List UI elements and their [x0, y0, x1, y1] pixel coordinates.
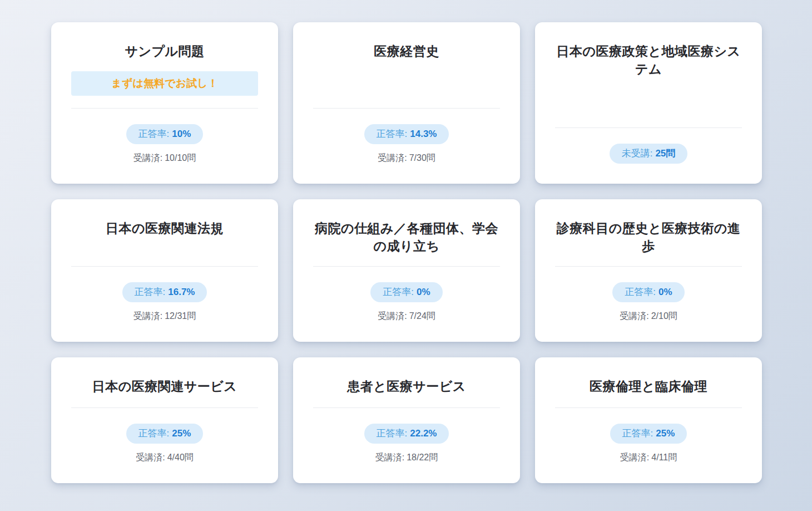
stat-badge-label: 正答率: [138, 129, 170, 139]
stat-badge-value: 22.2% [410, 428, 437, 439]
progress-line: 受講済:4/40問 [71, 452, 258, 463]
course-title: 病院の仕組み／各種団体、学会の成り立ち [313, 219, 500, 255]
card-footer: 正答率:25% 受講済:4/11問 [555, 407, 742, 463]
divider [71, 266, 258, 267]
course-title: サンプル問題 [71, 42, 258, 60]
stat-badge: 正答率:25% [126, 424, 204, 444]
course-card[interactable]: 医療経営史 正答率:14.3% 受講済:7/30問 [293, 22, 520, 184]
course-card[interactable]: 患者と医療サービス 正答率:22.2% 受講済:18/22問 [293, 357, 520, 483]
progress-label: 受講済: [133, 153, 162, 163]
card-grid: サンプル問題 まずは無料でお試し！ 正答率:10% 受講済:10/10問 医療経… [0, 0, 812, 511]
divider [555, 266, 742, 267]
stat-badge-value: 25問 [655, 148, 675, 159]
course-card[interactable]: サンプル問題 まずは無料でお試し！ 正答率:10% 受講済:10/10問 [51, 22, 278, 184]
progress-line: 受講済:10/10問 [71, 153, 258, 164]
stat-badge-label: 正答率: [377, 129, 408, 139]
progress-value: 10/10問 [165, 153, 196, 163]
card-footer: 正答率:22.2% 受講済:18/22問 [313, 407, 500, 463]
progress-line: 受講済:7/24問 [313, 311, 500, 322]
progress-label: 受講済: [378, 311, 407, 321]
progress-value: 7/24問 [409, 311, 435, 321]
course-card[interactable]: 日本の医療政策と地域医療システム 未受講:25問 [535, 22, 762, 184]
stat-badge: 正答率:14.3% [364, 124, 449, 144]
stat-badge-value: 14.3% [410, 129, 437, 139]
progress-label: 受講済: [378, 153, 407, 163]
progress-line: 受講済:4/11問 [555, 452, 742, 463]
progress-line: 受講済:2/10問 [555, 311, 742, 322]
stat-badge: 正答率:16.7% [122, 282, 207, 302]
progress-label: 受講済: [620, 453, 649, 462]
stat-badge: 正答率:0% [612, 282, 684, 302]
stat-badge-label: 正答率: [625, 287, 656, 297]
progress-value: 18/22問 [407, 453, 438, 462]
stat-badge: 正答率:22.2% [364, 424, 449, 444]
divider [555, 127, 742, 128]
course-title: 日本の医療政策と地域医療システム [555, 42, 742, 78]
course-card[interactable]: 医療倫理と臨床倫理 正答率:25% 受講済:4/11問 [535, 357, 762, 483]
stat-badge-label: 未受講: [622, 148, 653, 159]
stat-badge-value: 0% [658, 287, 672, 297]
course-title: 医療倫理と臨床倫理 [555, 377, 742, 395]
divider [313, 108, 500, 109]
divider [313, 407, 500, 408]
stat-badge: 正答率:10% [126, 124, 204, 144]
card-footer: 正答率:16.7% 受講済:12/31問 [71, 266, 258, 322]
card-footer: 正答率:10% 受講済:10/10問 [71, 108, 258, 164]
course-card[interactable]: 病院の仕組み／各種団体、学会の成り立ち 正答率:0% 受講済:7/24問 [293, 199, 520, 342]
course-card[interactable]: 診療科目の歴史と医療技術の進歩 正答率:0% 受講済:2/10問 [535, 199, 762, 342]
course-title: 診療科目の歴史と医療技術の進歩 [555, 219, 742, 255]
progress-label: 受講済: [136, 453, 165, 462]
free-trial-banner: まずは無料でお試し！ [71, 71, 258, 96]
stat-badge-label: 正答率: [377, 428, 408, 439]
progress-label: 受講済: [375, 453, 404, 462]
card-footer: 正答率:0% 受講済:2/10問 [555, 266, 742, 322]
progress-label: 受講済: [620, 311, 648, 321]
stat-badge-value: 0% [417, 287, 430, 297]
progress-value: 4/11問 [651, 453, 677, 462]
divider [71, 108, 258, 109]
progress-value: 7/30問 [409, 153, 435, 163]
stat-badge-label: 正答率: [135, 287, 166, 297]
divider [555, 407, 742, 408]
card-footer: 正答率:0% 受講済:7/24問 [313, 266, 500, 322]
course-card[interactable]: 日本の医療関連法規 正答率:16.7% 受講済:12/31問 [51, 199, 278, 342]
progress-line: 受講済:12/31問 [71, 311, 258, 322]
progress-line: 受講済:7/30問 [313, 153, 500, 164]
card-footer: 未受講:25問 [555, 127, 742, 164]
stat-badge: 未受講:25問 [610, 144, 688, 164]
card-footer: 正答率:25% 受講済:4/40問 [71, 407, 258, 463]
stat-badge-value: 25% [656, 428, 675, 439]
stat-badge: 正答率:0% [370, 282, 442, 302]
stat-badge-value: 25% [172, 428, 191, 439]
course-title: 日本の医療関連サービス [71, 377, 258, 395]
card-footer: 正答率:14.3% 受講済:7/30問 [313, 108, 500, 164]
stat-badge-label: 正答率: [383, 287, 414, 297]
divider [313, 266, 500, 267]
course-title: 医療経営史 [313, 42, 500, 60]
course-title: 患者と医療サービス [313, 377, 500, 395]
course-card[interactable]: 日本の医療関連サービス 正答率:25% 受講済:4/40問 [51, 357, 278, 483]
stat-badge-label: 正答率: [138, 428, 170, 439]
stat-badge-value: 16.7% [168, 287, 195, 297]
stat-badge-label: 正答率: [622, 428, 653, 439]
progress-label: 受講済: [133, 311, 162, 321]
progress-value: 12/31問 [165, 311, 196, 321]
stat-badge-value: 10% [172, 129, 191, 139]
divider [71, 407, 258, 408]
progress-line: 受講済:18/22問 [313, 452, 500, 463]
progress-value: 4/40問 [167, 453, 194, 462]
progress-value: 2/10問 [651, 311, 677, 321]
stat-badge: 正答率:25% [610, 424, 687, 444]
course-title: 日本の医療関連法規 [71, 219, 258, 237]
